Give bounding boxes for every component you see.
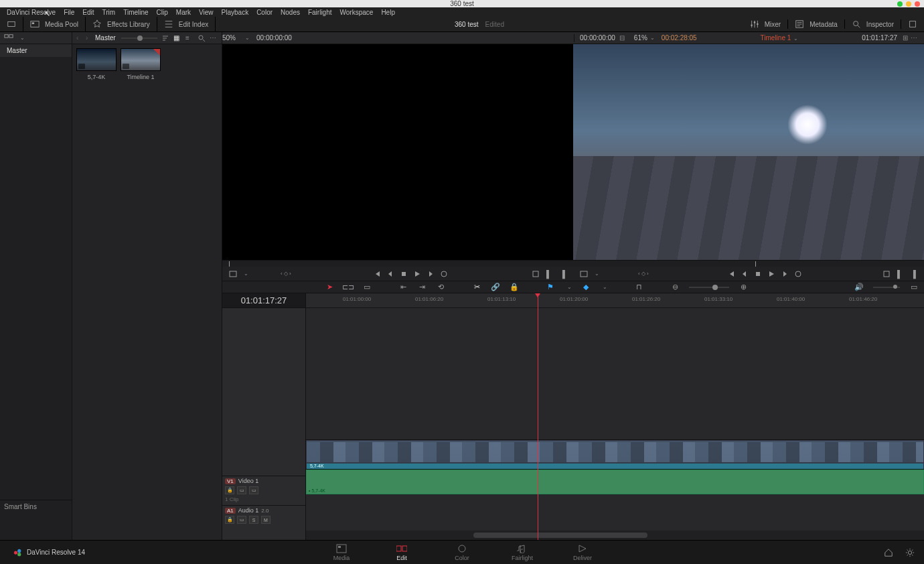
- metadata-label[interactable]: Metadata: [810, 21, 838, 28]
- src-next-icon[interactable]: [425, 269, 436, 279]
- volume-slider[interactable]: [873, 287, 900, 288]
- prog-loop-icon[interactable]: [793, 269, 803, 279]
- expand-icon[interactable]: [908, 19, 917, 29]
- src-prev-icon[interactable]: [385, 269, 396, 279]
- viewer-mode-icon[interactable]: ⊞: [903, 34, 911, 42]
- bin-list-icon[interactable]: [4, 33, 13, 43]
- prog-overlay-icon[interactable]: [881, 269, 892, 279]
- menu-clip[interactable]: Clip: [153, 9, 172, 16]
- edit-index-icon[interactable]: [164, 19, 173, 29]
- program-scrubber[interactable]: [573, 260, 924, 267]
- gang-icon[interactable]: ⊟: [619, 34, 627, 42]
- options-icon[interactable]: ⋯: [210, 34, 218, 42]
- selection-tool-icon[interactable]: ➤: [325, 283, 334, 292]
- mixer-icon[interactable]: [750, 19, 759, 29]
- prog-in-icon[interactable]: ▌: [895, 269, 905, 279]
- marker-icon[interactable]: ◆: [581, 283, 591, 292]
- source-zoom-dropdown-icon[interactable]: ⌄: [245, 35, 250, 41]
- insert-icon[interactable]: ⇤: [398, 283, 408, 292]
- settings-icon[interactable]: [905, 548, 915, 557]
- clip-thumb[interactable]: 5,7-4K: [76, 48, 117, 536]
- viewer-options-icon[interactable]: ⋯: [911, 34, 919, 42]
- flag-dropdown-icon[interactable]: ⌄: [567, 284, 572, 290]
- timeline-ruler[interactable]: 01:01:00:00 01:01:06:20 01:01:13:10 01:0…: [306, 293, 924, 308]
- bin-dropdown-icon[interactable]: ⌄: [20, 35, 25, 41]
- edit-index-label[interactable]: Edit Index: [179, 21, 208, 28]
- replace-icon[interactable]: ⟲: [436, 283, 445, 292]
- source-mode-dropdown-icon[interactable]: ⌄: [244, 271, 248, 277]
- timeline-h-scrollbar[interactable]: [306, 531, 924, 540]
- menu-trim[interactable]: Trim: [98, 9, 120, 16]
- overwrite-icon[interactable]: ⇥: [417, 283, 427, 292]
- src-loop-icon[interactable]: [439, 269, 449, 279]
- timeline-zoom-slider[interactable]: [689, 287, 729, 288]
- source-video[interactable]: [222, 44, 573, 260]
- menu-help[interactable]: Help: [377, 9, 399, 16]
- audio-track[interactable]: • 5,7-4K: [306, 469, 924, 494]
- effects-library-label[interactable]: Effects Library: [107, 21, 150, 28]
- prog-match-frame-icon[interactable]: ‹ ◇ ›: [638, 271, 649, 277]
- playhead[interactable]: [538, 293, 538, 540]
- audio-track-header[interactable]: A1 Audio 1 2.0 🔒 ▭ S M: [222, 505, 305, 531]
- fullscreen-icon[interactable]: [7, 19, 16, 29]
- home-icon[interactable]: [884, 548, 893, 557]
- zoom-dot[interactable]: [906, 1, 911, 7]
- menu-app[interactable]: DaVinci Resolve: [3, 9, 60, 16]
- blade-tool-icon[interactable]: ▭: [362, 283, 372, 292]
- razor-icon[interactable]: ✂: [472, 283, 481, 292]
- view-grid-icon[interactable]: ▦: [173, 34, 181, 42]
- src-first-icon[interactable]: [372, 269, 382, 279]
- flag-icon[interactable]: ⚑: [546, 283, 555, 292]
- video-track[interactable]: 5,7-4K: [306, 439, 924, 469]
- media-pool-label[interactable]: Media Pool: [45, 21, 78, 28]
- prog-out-icon[interactable]: ▐: [908, 269, 919, 279]
- inspector-label[interactable]: Inspector: [866, 21, 894, 28]
- match-frame-icon[interactable]: ‹ ◇ ›: [281, 271, 291, 277]
- prog-next-icon[interactable]: [779, 269, 790, 279]
- page-edit[interactable]: Edit: [385, 544, 418, 561]
- menu-nodes[interactable]: Nodes: [277, 9, 304, 16]
- program-mode-icon[interactable]: [579, 269, 589, 279]
- prog-play-icon[interactable]: [766, 269, 777, 279]
- video-track-header[interactable]: V1 Video 1 🔒 ▭ ▭ 1 Clip: [222, 476, 305, 505]
- menu-file[interactable]: File: [60, 9, 78, 16]
- prog-stop-icon[interactable]: [753, 269, 763, 279]
- timeline-thumb[interactable]: Timeline 1: [121, 48, 161, 536]
- page-color[interactable]: Color: [445, 544, 479, 561]
- menu-timeline[interactable]: Timeline: [119, 9, 152, 16]
- nav-back-icon[interactable]: ‹: [76, 34, 82, 42]
- timeline-name[interactable]: Timeline 1⌄: [697, 34, 862, 42]
- program-video[interactable]: [573, 44, 924, 260]
- menu-fairlight[interactable]: Fairlight: [304, 9, 336, 16]
- inspector-icon[interactable]: [852, 19, 861, 29]
- menu-workspace[interactable]: Workspace: [336, 9, 378, 16]
- page-media[interactable]: Media: [325, 544, 358, 561]
- link-icon[interactable]: 🔗: [491, 283, 500, 292]
- src-play-icon[interactable]: [412, 269, 422, 279]
- dim-icon[interactable]: ▭: [909, 283, 919, 292]
- view-list-icon[interactable]: ≡: [185, 34, 194, 42]
- audio-clip[interactable]: • 5,7-4K: [306, 470, 924, 494]
- sort-icon[interactable]: [161, 34, 169, 42]
- page-deliver[interactable]: Deliver: [566, 544, 599, 561]
- trim-tool-icon[interactable]: ⊏⊐: [343, 283, 353, 292]
- minimize-dot[interactable]: [897, 1, 903, 7]
- lock-icon[interactable]: 🔒: [510, 283, 519, 292]
- bin-path[interactable]: Master: [95, 34, 116, 42]
- thumb-size-slider[interactable]: [121, 38, 157, 39]
- snap-icon[interactable]: ⊓: [634, 283, 643, 292]
- source-zoom[interactable]: 50%: [222, 34, 236, 42]
- video-thumb-icon[interactable]: ▭: [249, 486, 258, 494]
- menu-color[interactable]: Color: [252, 9, 277, 16]
- audio-track-tag[interactable]: A1: [225, 508, 236, 514]
- zoom-out-icon[interactable]: ⊖: [670, 283, 680, 292]
- program-zoom[interactable]: 61%: [634, 34, 647, 42]
- mixer-label[interactable]: Mixer: [765, 21, 781, 28]
- src-overlay-icon[interactable]: [530, 269, 541, 279]
- source-scrubber[interactable]: [222, 260, 573, 267]
- video-lock-icon[interactable]: 🔒: [225, 486, 234, 494]
- video-clip[interactable]: 5,7-4K: [306, 440, 924, 470]
- prog-prev-icon[interactable]: [739, 269, 750, 279]
- bin-master[interactable]: Master: [0, 44, 72, 57]
- media-pool-icon[interactable]: [30, 19, 40, 29]
